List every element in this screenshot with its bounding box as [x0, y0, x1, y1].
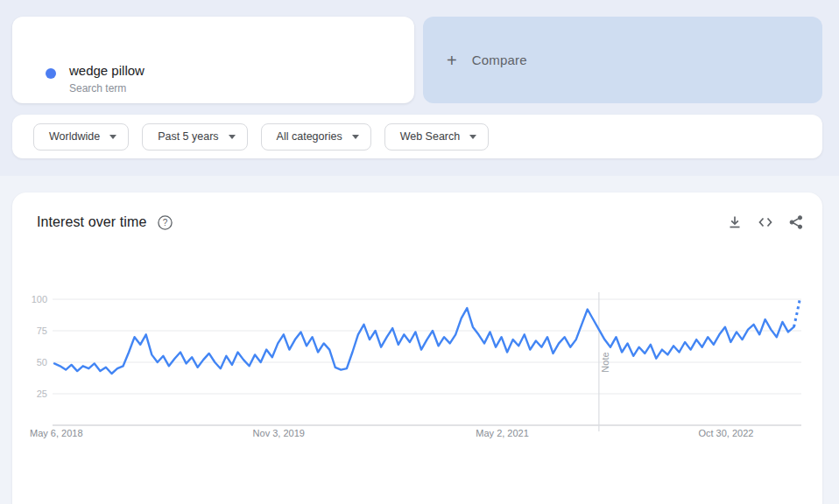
help-icon[interactable]: ? [158, 215, 173, 230]
x-tick-label: May 6, 2018 [30, 428, 83, 438]
chart-toolbar [727, 214, 804, 230]
add-comparison-card[interactable]: + Compare [423, 17, 822, 103]
download-icon[interactable] [727, 214, 743, 230]
x-tick-label: Nov 3, 2019 [253, 428, 305, 438]
plus-icon: + [447, 52, 457, 69]
y-tick-label: 75 [37, 326, 47, 336]
note-marker-label: Note [600, 352, 610, 372]
time-range-filter-label: Past 5 years [158, 130, 218, 143]
y-tick-label: 50 [37, 357, 47, 368]
x-tick-label: May 2, 2021 [476, 428, 529, 438]
x-tick-label: Oct 30, 2022 [698, 428, 753, 438]
svg-text:?: ? [163, 218, 168, 228]
embed-code-icon[interactable] [758, 214, 773, 230]
compare-label: Compare [472, 52, 527, 67]
chevron-down-icon [469, 135, 476, 139]
trend-line-dotted-tail [794, 300, 800, 326]
chevron-down-icon [229, 135, 236, 139]
search-term-type: Search term [69, 82, 126, 94]
search-type-filter-label: Web Search [400, 130, 461, 143]
search-term-label: wedge pillow [69, 63, 145, 78]
region-filter-label: Worldwide [49, 130, 100, 143]
series-color-dot-icon [46, 68, 56, 79]
search-term-card[interactable]: wedge pillow Search term [12, 17, 414, 103]
y-tick-label: 25 [37, 388, 47, 399]
interest-over-time-card: Interest over time ? 255075100NoteMay 6, [12, 192, 822, 504]
google-trends-explore-page: { "colors": { "accent_blue": "#4285f4", … [0, 0, 839, 504]
y-tick-label: 100 [32, 294, 47, 304]
trend-chart[interactable]: 255075100NoteMay 6, 2018Nov 3, 2019May 2… [12, 280, 822, 455]
category-filter-label: All categories [277, 130, 342, 143]
region-filter-dropdown[interactable]: Worldwide [33, 123, 129, 150]
share-icon[interactable] [788, 214, 804, 230]
search-type-filter-dropdown[interactable]: Web Search [384, 123, 490, 150]
category-filter-dropdown[interactable]: All categories [261, 123, 371, 150]
time-range-filter-dropdown[interactable]: Past 5 years [142, 123, 247, 150]
chevron-down-icon [109, 135, 116, 139]
chevron-down-icon [352, 135, 359, 139]
trend-line [54, 308, 794, 374]
filter-bar: Worldwide Past 5 years All categories We… [12, 115, 822, 158]
chart-title: Interest over time [37, 214, 146, 230]
